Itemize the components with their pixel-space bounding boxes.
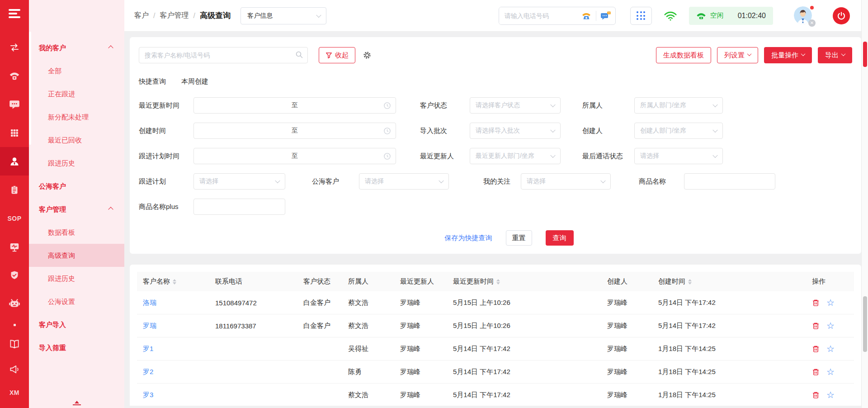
chevron-down-icon	[712, 153, 717, 158]
sidebar-item-follow-history[interactable]: 跟进历史	[29, 152, 124, 175]
apps-grid-icon[interactable]	[630, 7, 652, 25]
dial-call-icon[interactable]	[577, 7, 596, 24]
save-quick-query-link[interactable]: 保存为快捷查询	[445, 234, 492, 242]
reset-button[interactable]: 重置	[506, 230, 532, 246]
logout-power-button[interactable]	[833, 7, 850, 24]
sidebar-item-follow-history-2[interactable]: 跟进历史	[29, 267, 124, 290]
collapse-filters-button[interactable]: 收起	[319, 47, 355, 63]
sea-customer-select[interactable]: 请选择	[359, 173, 449, 190]
gear-icon[interactable]	[363, 51, 372, 60]
sidebar-item-public-sea-settings[interactable]: 公海设置	[29, 290, 124, 313]
delete-icon[interactable]	[812, 368, 820, 376]
sidebar-group-import-dedup[interactable]: 导入筛重	[29, 336, 124, 359]
generate-dashboard-button[interactable]: 生成数据看板	[656, 47, 711, 63]
favorite-star-icon[interactable]: ☆	[826, 367, 835, 376]
sidebar-item-advanced-query[interactable]: 高级查询	[29, 244, 124, 267]
delete-icon[interactable]	[812, 391, 820, 399]
scrollbar-thumb-red[interactable]	[863, 42, 867, 67]
customers-icon[interactable]	[0, 147, 29, 176]
customer-search-input[interactable]	[139, 47, 308, 63]
product-name-input[interactable]	[684, 173, 775, 190]
sidebar-item-all[interactable]: 全部	[29, 59, 124, 82]
window-scrollbar[interactable]	[861, 0, 868, 408]
col-owner: 所属人	[342, 272, 394, 291]
customer-status-select[interactable]: 请选择客户状态	[470, 97, 561, 114]
knowledge-book-icon[interactable]	[0, 332, 29, 356]
favorite-star-icon[interactable]: ☆	[826, 298, 835, 307]
notification-dot	[809, 5, 815, 10]
phone-icon[interactable]	[0, 62, 29, 90]
customer-name-link[interactable]: 洛瑞	[137, 291, 209, 314]
delete-icon[interactable]	[812, 322, 820, 330]
sidebar-group-my-customers[interactable]: 我的客户	[29, 36, 124, 59]
cell-created: 1月18日 下午14:25	[652, 361, 806, 384]
create-time-range-picker[interactable]: 至	[193, 123, 396, 139]
filter-fields: 最近更新时间 至 客户状态 请选择客户状态 所属人 所属人部门/坐席 创建时间	[139, 97, 852, 215]
monitor-pulse-icon[interactable]	[0, 232, 29, 261]
favorite-star-icon[interactable]: ☆	[826, 390, 835, 399]
content-area: 收起 生成数据看板 列设置 批量操作 导出 快捷查询 本周创建	[124, 32, 868, 408]
update-time-range-picker[interactable]: 至	[193, 97, 396, 114]
button-label: 重置	[512, 234, 526, 242]
favorite-star-icon[interactable]: ☆	[826, 344, 835, 353]
robot-icon[interactable]	[0, 289, 29, 318]
customer-name-link[interactable]: 罗1	[137, 337, 209, 361]
sidebar-item-following[interactable]: 正在跟进	[29, 82, 124, 105]
agent-status-pill[interactable]: 空闲 01:02:40	[689, 7, 773, 25]
cell-created: 5月14日 下午17:42	[652, 291, 806, 314]
query-button[interactable]: 查询	[546, 230, 574, 246]
module-select[interactable]: 客户信息	[241, 7, 326, 24]
sidebar-group-customer-mgmt[interactable]: 客户管理	[29, 198, 124, 221]
product-name-plus-input[interactable]	[193, 199, 285, 215]
table-row: 洛瑞 15108497472 白金客户 蔡文浩 罗瑞峰 5月15日 上午10:2…	[137, 291, 854, 314]
creator-select[interactable]: 创建人部门/坐席	[634, 123, 723, 139]
col-phone: 联系电话	[209, 272, 297, 291]
announcement-megaphone-icon[interactable]	[0, 356, 29, 381]
breadcrumb-customer[interactable]: 客户	[134, 11, 149, 20]
quick-query-this-week[interactable]: 本周创建	[181, 77, 208, 86]
sidebar-item-data-board[interactable]: 数据看板	[29, 221, 124, 244]
hamburger-menu-icon[interactable]	[0, 0, 29, 21]
customer-name-link[interactable]: 罗2	[137, 361, 209, 384]
select-placeholder: 请选择	[640, 152, 659, 160]
sidebar-collapse-button[interactable]	[73, 401, 81, 405]
avatar-close-badge[interactable]: ✕	[808, 19, 816, 27]
sidebar-item-new-unhandled[interactable]: 新分配未处理	[29, 105, 124, 128]
owner-select[interactable]: 所属人部门/坐席	[634, 97, 723, 114]
follow-plan-select[interactable]: 请选择	[193, 173, 285, 190]
plan-time-range-picker[interactable]: 至	[193, 148, 396, 164]
data-grid-icon[interactable]	[0, 119, 29, 147]
sort-updated-time-icon[interactable]	[496, 279, 500, 285]
customer-name-link[interactable]: 罗3	[137, 384, 209, 406]
sidebar-group-public-sea[interactable]: 公海客户	[29, 175, 124, 198]
my-follow-select[interactable]: 请选择	[521, 173, 611, 190]
chat-icon[interactable]	[0, 90, 29, 119]
last-updater-select[interactable]: 最近更新人部门/坐席	[470, 148, 561, 164]
export-button[interactable]: 导出	[818, 47, 852, 63]
sidebar-group-customer-import[interactable]: 客户导入	[29, 313, 124, 336]
batch-operations-button[interactable]: 批量操作	[764, 47, 812, 63]
sidebar-item-label: 最近已回收	[48, 136, 82, 144]
breadcrumb-customer-mgmt[interactable]: 客户管理	[160, 11, 189, 20]
column-label: 客户名称	[143, 277, 170, 285]
delete-icon[interactable]	[812, 345, 820, 353]
last-call-status-select[interactable]: 请选择	[634, 148, 723, 164]
sms-chat-icon[interactable]	[596, 7, 615, 24]
button-label: 生成数据看板	[663, 51, 704, 60]
sop-icon[interactable]: SOP	[0, 204, 29, 232]
sidebar-item-recently-recycled[interactable]: 最近已回收	[29, 128, 124, 152]
scrollbar-thumb-gray[interactable]	[863, 296, 867, 352]
sort-customer-name-icon[interactable]	[173, 279, 176, 285]
transfer-icon[interactable]	[0, 33, 29, 62]
delete-icon[interactable]	[812, 299, 820, 307]
phone-number-input[interactable]	[499, 7, 577, 24]
import-batch-select[interactable]: 请选择导入批次	[470, 123, 561, 139]
tasks-clipboard-icon[interactable]	[0, 176, 29, 204]
customer-name-link[interactable]: 罗瑞	[137, 314, 209, 337]
xm-icon[interactable]: XM	[0, 381, 29, 404]
column-settings-button[interactable]: 列设置	[717, 47, 758, 63]
security-shield-icon[interactable]	[0, 261, 29, 289]
sort-created-time-icon[interactable]	[688, 279, 692, 285]
row-operations: ☆	[812, 361, 854, 383]
favorite-star-icon[interactable]: ☆	[826, 321, 835, 330]
